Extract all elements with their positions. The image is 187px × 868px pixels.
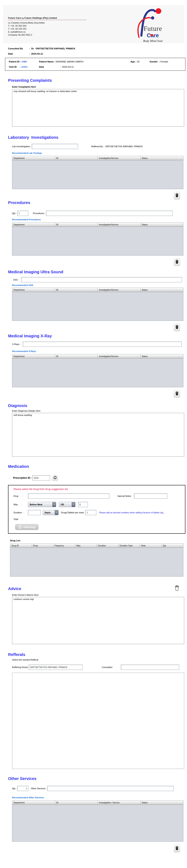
diagnosis-title: Diagnosis (8, 403, 187, 408)
procedures-title: Procedures (8, 200, 187, 205)
diagnosis-textarea[interactable]: soft tissue swelling (12, 413, 184, 457)
drug-list-label: Drug List (10, 539, 187, 542)
presenting-complaints-title: Presenting Complaints (8, 78, 187, 83)
xray-label: X-Rays : (12, 343, 21, 345)
other-services-title: Other Services (8, 776, 187, 781)
prescription-id-input[interactable] (32, 475, 50, 480)
chevron-down-icon: ▼ (55, 510, 58, 515)
drug-col-duration: Duration (97, 544, 118, 548)
recommended-procedures-label: Recommended Procedures (12, 218, 187, 221)
recommended-lab-testings-label: Recommended Lab Testings (12, 152, 187, 154)
frequency-qty-input[interactable] (78, 502, 88, 507)
referring-doctor-input[interactable] (29, 664, 83, 670)
referrals-label: Select the needed Refferal (12, 658, 187, 661)
total-row: Total : (13, 518, 183, 520)
procedures-input[interactable] (46, 211, 173, 216)
visit-date-label: Date (39, 66, 60, 68)
procedures-qty-input[interactable] (17, 211, 28, 216)
other-col-department: Department (12, 801, 55, 805)
consult-date-value: : 2024-03-11 (29, 53, 43, 55)
trash-icon (175, 259, 179, 265)
logo-tagline: Body Mind Soul (143, 39, 163, 42)
patient-info-row-2: Visit ID : 11541 Date: 2024-03-11 (9, 66, 182, 68)
uss-input[interactable] (21, 277, 182, 282)
duration-unit-select[interactable]: Day/s ▼ (43, 510, 59, 515)
lab-referred-by-label: Reffered By : (91, 145, 105, 148)
add-drug-button[interactable]: + Add Drug (15, 524, 39, 530)
drug-col-drug: Drug (32, 544, 54, 548)
header-band: Future Care by Future Holdings (Pty) Lim… (3, 5, 184, 43)
uss-table-body (12, 292, 183, 321)
patient-gender-value: Female (160, 60, 168, 63)
add-drug-button-label: Add Drug (23, 526, 35, 529)
other-services-table: Department ID Investigation / Service St… (12, 800, 183, 842)
lab-table: Department ID Investigation/Service Stat… (12, 156, 183, 189)
duration-input[interactable] (28, 510, 41, 515)
trash-icon (175, 391, 179, 396)
patient-id: Patient ID : 2488 (9, 60, 39, 63)
drug-list-delete-button[interactable] (174, 585, 180, 592)
advice-textarea[interactable]: continue current mgt (12, 597, 184, 644)
other-services-delete-button[interactable] (174, 845, 180, 852)
frequency-select-value: OD (59, 503, 66, 506)
patient-gender-label: Gender : (150, 60, 160, 63)
other-services-table-body (12, 805, 183, 841)
consultant-label: Consultant (102, 666, 112, 669)
prescription-row: Prescription ID : (13, 475, 187, 481)
procedures-col-investigation: Investigation/Service (98, 222, 141, 226)
uss-delete-button[interactable] (174, 323, 180, 331)
xray-input[interactable] (23, 342, 182, 347)
special-notes-label: Special Notes : (117, 495, 134, 497)
refresh-icon (53, 475, 57, 480)
consulted-by-row: Consulted By : Dr. ORITSETSETOS RAPHAEL … (8, 47, 187, 50)
uss-col-department: Department (12, 288, 55, 292)
other-services-input[interactable] (47, 786, 174, 791)
special-notes-input[interactable] (134, 493, 167, 499)
advice-label: Enter Doctor's Advice Here (12, 594, 187, 596)
complaints-textarea[interactable]: xray showed soft tissue swelling, no fra… (12, 89, 184, 126)
other-qty-input[interactable] (17, 786, 28, 791)
per-meal-input[interactable] (85, 510, 96, 515)
consult-date-label: Date (8, 53, 29, 55)
lab-investigation-input[interactable] (32, 144, 78, 149)
medication-title: Medication (8, 464, 187, 469)
drug-list-table-body (10, 548, 183, 577)
procedures-table-header: Department ID Investigation/Service Stat… (12, 222, 183, 227)
lab-input-row: Lab Investingation : Reffered By : ORITS… (12, 144, 187, 149)
duration-unit-value: Day/s (43, 512, 52, 514)
chevron-down-icon: ▼ (72, 502, 75, 507)
xray-table-header: Department ID Investigation/Service Stat… (12, 354, 183, 359)
other-services-table-header: Department ID Investigation / Service St… (12, 801, 183, 805)
consultation-form-page: { "colors": { "section_heading": "#3434e… (0, 0, 187, 868)
patient-info-row-1: Patient ID : 2488 Patient Name : KERINNE… (9, 60, 182, 63)
xray-delete-button[interactable] (174, 390, 180, 398)
xray-table: Department ID Investigation/Service Stat… (12, 354, 183, 387)
procedures-col-department: Department (12, 222, 55, 226)
prescription-refresh-button[interactable] (52, 475, 58, 481)
procedures-delete-button[interactable] (174, 258, 180, 266)
per-meal-label: Drugs/Tablets per meal : (61, 512, 85, 514)
future-care-logo: Future Care Body Mind Soul (126, 5, 176, 43)
uss-trash-row (0, 323, 180, 331)
logo-red-dot (156, 8, 161, 14)
frequency-select[interactable]: OD ▼ (59, 502, 75, 507)
xray-col-status: Status (141, 354, 183, 358)
way-select[interactable]: Before Meal ▼ (28, 502, 56, 507)
trash-icon (175, 585, 179, 592)
visit-date-value: : 2024-03-11 (60, 66, 74, 68)
drug-input[interactable] (28, 493, 109, 499)
lab-delete-button[interactable] (174, 192, 180, 199)
drug-list-table: Drug ID Drug Fequency Way Duration Durat… (10, 544, 183, 577)
xray-input-row: X-Rays : (12, 342, 187, 347)
referral-list-box[interactable] (12, 673, 184, 769)
duration-row: Duration : Day/s ▼ Drugs/Tablets per mea… (13, 510, 183, 515)
uss-table: Department ID Investigation/Service Stat… (12, 287, 183, 321)
way-label: Way : (13, 503, 28, 506)
consultant-input[interactable] (121, 664, 179, 670)
other-qty-label: Qty : (12, 787, 17, 790)
referring-doctor-label: Reffering Doctor (12, 666, 29, 669)
visit-id-value: 11541 (21, 66, 28, 68)
procedures-table: Department ID Investigation/Service Stat… (12, 222, 183, 255)
uss-col-id: ID (55, 288, 98, 292)
medication-entry-box: Please select the Drug from Drug suggess… (8, 485, 185, 534)
